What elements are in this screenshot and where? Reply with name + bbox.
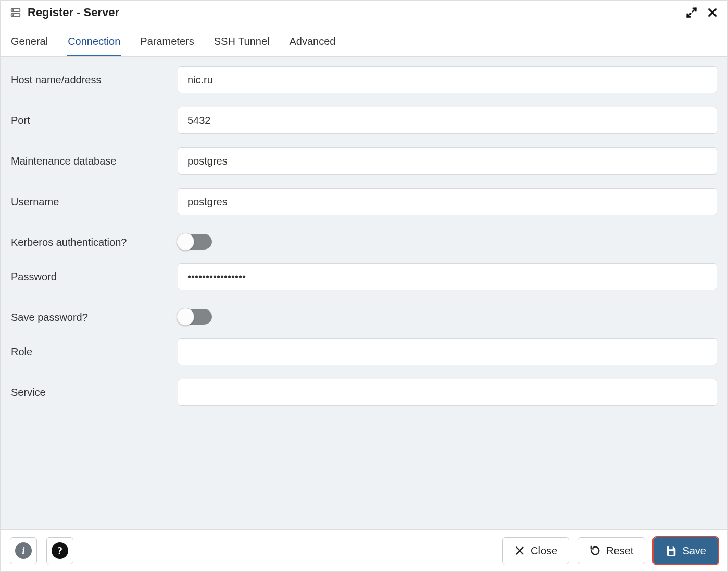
help-icon: ? xyxy=(52,542,68,559)
footer-right: Close Reset Save xyxy=(502,537,718,564)
toggle-kerberos[interactable] xyxy=(178,234,212,250)
row-role: Role xyxy=(11,338,717,365)
label-host: Host name/address xyxy=(11,66,178,86)
x-icon xyxy=(514,545,525,556)
reset-button-label: Reset xyxy=(606,545,633,557)
help-button[interactable]: ? xyxy=(46,537,73,564)
close-icon[interactable] xyxy=(707,7,718,18)
dialog-footer: i ? Close Reset Save xyxy=(1,529,727,571)
label-role: Role xyxy=(11,338,178,358)
label-service: Service xyxy=(11,379,178,399)
tab-ssh-tunnel[interactable]: SSH Tunnel xyxy=(213,26,271,56)
row-save-password: Save password? xyxy=(11,304,717,325)
save-icon xyxy=(666,545,677,556)
input-role[interactable] xyxy=(178,338,717,365)
reset-icon xyxy=(589,545,601,556)
info-icon: i xyxy=(15,542,32,559)
input-password[interactable] xyxy=(178,263,717,290)
row-username: Username xyxy=(11,188,717,215)
tab-general[interactable]: General xyxy=(10,26,49,56)
close-button[interactable]: Close xyxy=(502,537,569,564)
row-service: Service xyxy=(11,379,717,406)
close-button-label: Close xyxy=(531,545,557,557)
dialog-title: Register - Server xyxy=(28,6,119,19)
save-button[interactable]: Save xyxy=(654,537,718,564)
svg-rect-4 xyxy=(669,546,673,550)
expand-icon[interactable] xyxy=(686,7,697,18)
row-password: Password xyxy=(11,263,717,290)
tabs: General Connection Parameters SSH Tunnel… xyxy=(1,26,727,57)
label-port: Port xyxy=(11,107,178,127)
header-right xyxy=(686,7,718,18)
info-button[interactable]: i xyxy=(10,537,37,564)
input-maintenance-db[interactable] xyxy=(178,147,717,175)
row-port: Port xyxy=(11,107,717,134)
svg-rect-5 xyxy=(669,551,674,555)
label-maintenance-db: Maintenance database xyxy=(11,147,178,168)
dialog-header: Register - Server xyxy=(1,1,727,26)
input-username[interactable] xyxy=(178,188,717,215)
svg-point-2 xyxy=(13,10,14,10)
tab-advanced[interactable]: Advanced xyxy=(288,26,336,56)
toggle-knob xyxy=(177,233,194,251)
server-icon xyxy=(10,7,21,18)
row-maintenance-db: Maintenance database xyxy=(11,147,717,175)
label-password: Password xyxy=(11,263,178,283)
input-service[interactable] xyxy=(178,379,717,406)
input-port[interactable] xyxy=(178,107,717,134)
input-host[interactable] xyxy=(178,66,717,93)
row-host: Host name/address xyxy=(11,66,717,93)
save-button-label: Save xyxy=(682,545,706,557)
row-kerberos: Kerberos authentication? xyxy=(11,229,717,250)
footer-left: i ? xyxy=(10,537,73,564)
reset-button[interactable]: Reset xyxy=(578,537,645,564)
label-username: Username xyxy=(11,188,178,208)
svg-point-3 xyxy=(13,15,14,15)
toggle-save-password[interactable] xyxy=(178,309,212,325)
tab-parameters[interactable]: Parameters xyxy=(139,26,195,56)
label-kerberos: Kerberos authentication? xyxy=(11,229,178,249)
header-left: Register - Server xyxy=(10,6,119,19)
form-body: Host name/address Port Maintenance datab… xyxy=(1,57,727,529)
label-save-password: Save password? xyxy=(11,304,178,324)
tab-connection[interactable]: Connection xyxy=(67,26,121,56)
toggle-knob xyxy=(177,308,194,326)
